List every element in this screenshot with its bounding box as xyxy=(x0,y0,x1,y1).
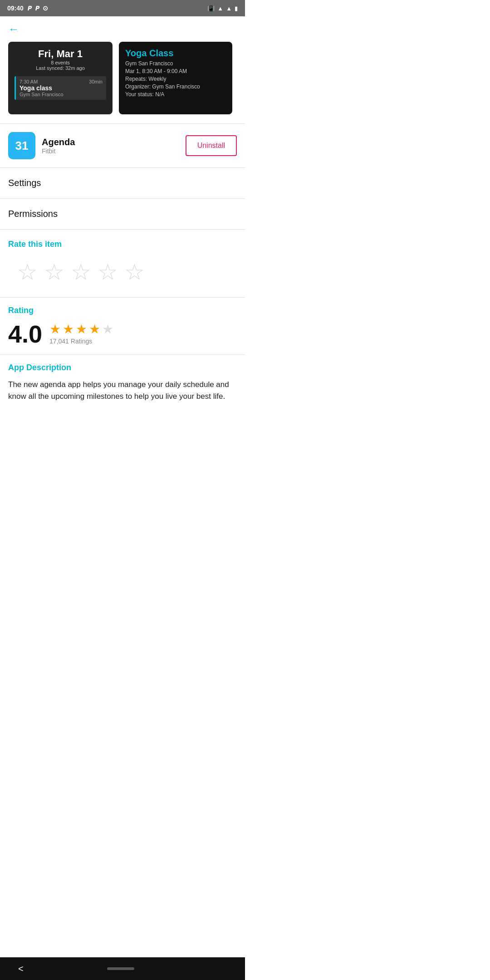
filled-stars-row: ★ ★ ★ ★ ★ xyxy=(49,323,113,336)
status-bar: 09:40 𝙋 𝙋 ⊙ 📳 ▲ ▲ ▮ xyxy=(0,0,245,16)
calendar-card: Fri, Mar 1 8 events Last synced: 32m ago… xyxy=(8,42,113,114)
back-button[interactable]: ← xyxy=(8,23,19,35)
time: 09:40 xyxy=(7,5,24,12)
cards-row: Fri, Mar 1 8 events Last synced: 32m ago… xyxy=(0,42,245,123)
back-button-row: ← xyxy=(0,16,245,42)
settings-menu-item[interactable]: Settings xyxy=(0,168,245,199)
event-item: 7:30 AM 30min Yoga class Gym San Francis… xyxy=(15,76,106,100)
app-text: Agenda Fitbit xyxy=(42,137,179,155)
yoga-card: Yoga Class Gym San Francisco Mar 1, 8:30… xyxy=(119,42,232,114)
yoga-repeats: Repeats: Weekly xyxy=(125,76,226,82)
rating-row: 4.0 ★ ★ ★ ★ ★ 17,041 Ratings xyxy=(8,322,237,346)
p-icon-1: 𝙋 xyxy=(27,5,31,12)
filled-star-1: ★ xyxy=(49,323,61,336)
battery-icon: ▮ xyxy=(235,5,238,12)
rating-number: 4.0 xyxy=(8,322,42,346)
rate-stars-row: ☆ ☆ ☆ ☆ ☆ xyxy=(8,256,237,293)
uninstall-button[interactable]: Uninstall xyxy=(186,135,237,156)
card1-events: 8 events Last synced: 32m ago xyxy=(15,60,106,71)
filled-star-4: ★ xyxy=(89,323,100,336)
rate-star-5[interactable]: ☆ xyxy=(124,261,145,284)
rate-star-2[interactable]: ☆ xyxy=(44,261,64,284)
event-location: Gym San Francisco xyxy=(20,92,103,97)
signal-icon: ▲ xyxy=(226,5,232,12)
yoga-title: Yoga Class xyxy=(125,48,226,59)
rating-section: Rating 4.0 ★ ★ ★ ★ ★ 17,041 Ratings xyxy=(0,297,245,354)
yoga-organizer: Organizer: Gym San Francisco xyxy=(125,83,226,90)
filled-star-2: ★ xyxy=(63,323,74,336)
rate-section-title: Rate this item xyxy=(8,240,237,249)
rate-section: Rate this item ☆ ☆ ☆ ☆ ☆ xyxy=(0,230,245,297)
empty-star-1: ★ xyxy=(102,323,113,336)
event-duration: 30min xyxy=(89,79,103,84)
app-description-section: App Description The new agenda app helps… xyxy=(0,354,245,411)
app-icon: 31 xyxy=(8,132,35,159)
event-name: Yoga class xyxy=(20,84,103,92)
event-time: 7:30 AM xyxy=(20,79,38,84)
p-icon-2: 𝙋 xyxy=(35,5,39,12)
status-left: 09:40 𝙋 𝙋 ⊙ xyxy=(7,5,48,12)
filled-star-3: ★ xyxy=(76,323,87,336)
vibrate-icon: 📳 xyxy=(207,5,215,12)
wifi-icon: ▲ xyxy=(217,5,223,12)
yoga-status: Your status: N/A xyxy=(125,91,226,98)
card1-date: Fri, Mar 1 xyxy=(15,48,106,60)
event-time-row: 7:30 AM 30min xyxy=(20,79,103,84)
target-icon: ⊙ xyxy=(43,5,48,12)
ratings-count: 17,041 Ratings xyxy=(49,338,113,345)
status-right: 📳 ▲ ▲ ▮ xyxy=(207,5,238,12)
rate-star-4[interactable]: ☆ xyxy=(98,261,118,284)
app-info-row: 31 Agenda Fitbit Uninstall xyxy=(0,124,245,167)
permissions-menu-item[interactable]: Permissions xyxy=(0,199,245,230)
yoga-gym: Gym San Francisco xyxy=(125,60,226,67)
rate-star-1[interactable]: ☆ xyxy=(17,261,38,284)
app-name: Agenda xyxy=(42,137,179,147)
rate-star-3[interactable]: ☆ xyxy=(71,261,91,284)
app-description-text: The new agenda app helps you manage your… xyxy=(8,379,237,403)
rating-stars-count: ★ ★ ★ ★ ★ 17,041 Ratings xyxy=(49,323,113,345)
rating-label: Rating xyxy=(8,306,237,315)
yoga-datetime: Mar 1, 8:30 AM - 9:00 AM xyxy=(125,68,226,74)
app-description-title: App Description xyxy=(8,363,237,372)
app-icon-number: 31 xyxy=(15,140,29,152)
app-developer: Fitbit xyxy=(42,147,179,155)
